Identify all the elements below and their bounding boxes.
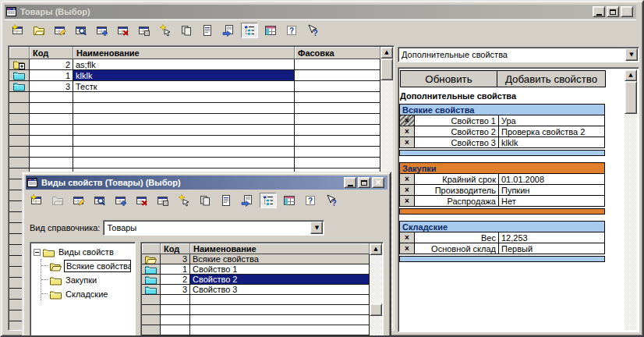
empty-table-row[interactable]: [142, 315, 370, 325]
hierarchical-view-icon[interactable]: [241, 23, 258, 38]
code-cell[interactable]: 1: [30, 70, 73, 81]
fasovka-cell[interactable]: [295, 158, 380, 168]
icon-cell[interactable]: [9, 136, 30, 147]
property-value[interactable]: Ура: [499, 115, 605, 126]
delete-property-button[interactable]: ×: [399, 173, 415, 185]
name-cell[interactable]: klklk: [73, 70, 295, 81]
property-value[interactable]: 01.01.2008: [499, 173, 605, 185]
folder-plus-yellow-icon[interactable]: [9, 59, 30, 70]
table-row[interactable]: 2as;flk: [9, 59, 380, 70]
icon-cell[interactable]: [9, 158, 30, 168]
tree-item[interactable]: Всякие свойства: [41, 259, 135, 273]
column-header[interactable]: Наименование: [73, 47, 295, 59]
name-cell[interactable]: Свойство 2: [190, 275, 370, 285]
empty-table-row[interactable]: [9, 158, 380, 168]
icon-cell[interactable]: [9, 114, 30, 125]
tree-root-label[interactable]: Виды свойств: [57, 247, 115, 257]
code-cell[interactable]: 3: [161, 254, 190, 264]
properties-kind-combobox[interactable]: Дополнительные свойства ▼: [398, 47, 639, 62]
table-row[interactable]: 1klklk: [9, 70, 380, 81]
fasovka-cell[interactable]: [295, 147, 380, 158]
folder-cyan-icon[interactable]: [142, 275, 161, 285]
name-cell[interactable]: Тестк: [73, 81, 295, 92]
code-cell[interactable]: [161, 295, 190, 305]
table-row[interactable]: 3Всякие свойства: [142, 254, 370, 264]
property-value[interactable]: Пупкин: [499, 184, 605, 196]
property-value[interactable]: Первый: [499, 243, 605, 254]
context-help-icon[interactable]: ?: [323, 193, 340, 208]
column-header[interactable]: Фасовка: [295, 47, 380, 59]
name-cell[interactable]: [73, 103, 295, 114]
hierarchical-view-icon[interactable]: [260, 193, 277, 208]
help-icon[interactable]: ?: [302, 193, 319, 208]
folder-cyan-icon[interactable]: [142, 264, 161, 275]
open-folder-icon[interactable]: [30, 23, 48, 38]
fasovka-cell[interactable]: [295, 114, 380, 125]
add-property-button[interactable]: Добавить свойство: [497, 70, 606, 87]
delete-property-button[interactable]: ×: [399, 115, 415, 126]
icon-column-header[interactable]: [142, 243, 161, 254]
chevron-down-icon[interactable]: ▼: [310, 222, 323, 234]
empty-table-row[interactable]: [142, 325, 370, 335]
view-item-icon[interactable]: [91, 193, 108, 208]
scroll-up-icon[interactable]: ▲: [625, 69, 637, 81]
icon-column-header[interactable]: [9, 47, 30, 59]
fasovka-cell[interactable]: [295, 92, 380, 103]
empty-table-row[interactable]: [9, 103, 380, 114]
name-cell[interactable]: [73, 158, 295, 168]
edit-item-icon[interactable]: [70, 193, 87, 208]
scroll-thumb[interactable]: [380, 59, 393, 80]
property-value[interactable]: klklk: [499, 137, 605, 148]
context-help-icon[interactable]: ?: [304, 23, 321, 38]
icon-cell[interactable]: [142, 325, 161, 335]
fasovka-cell[interactable]: [295, 103, 380, 114]
open-folder-icon[interactable]: [49, 193, 66, 208]
code-cell[interactable]: [30, 103, 73, 114]
name-cell[interactable]: Свойство 3: [190, 285, 370, 295]
name-cell[interactable]: Всякие свойства: [190, 254, 370, 264]
tree-item-label[interactable]: Всякие свойства: [64, 260, 131, 272]
code-cell[interactable]: [30, 158, 73, 168]
code-cell[interactable]: [30, 125, 73, 136]
copy-icon[interactable]: [196, 193, 214, 208]
column-header[interactable]: Код: [161, 243, 190, 254]
table-row[interactable]: 3Тестк: [9, 81, 380, 92]
panel-scrollbar[interactable]: ▲: [625, 69, 637, 330]
code-cell[interactable]: [161, 315, 190, 325]
tree-item[interactable]: Складские: [41, 287, 135, 301]
fasovka-cell[interactable]: [295, 59, 380, 70]
help-icon[interactable]: ?: [283, 23, 300, 38]
move-group-icon[interactable]: [154, 193, 172, 208]
close-button[interactable]: ×: [621, 6, 633, 17]
ref-kind-combobox[interactable]: Товары ▼: [103, 220, 324, 236]
name-cell[interactable]: [190, 315, 370, 325]
code-cell[interactable]: [161, 305, 190, 315]
child-titlebar[interactable]: Виды свойств (Товары) (Выбор) ×: [26, 176, 387, 190]
property-value[interactable]: 12,253: [499, 232, 605, 243]
copy-row-icon[interactable]: [94, 23, 111, 38]
table-settings-icon[interactable]: [262, 23, 279, 38]
kinds-table-scrollbar[interactable]: ▲: [370, 243, 382, 337]
empty-table-row[interactable]: [9, 125, 380, 136]
code-cell[interactable]: [30, 114, 73, 125]
wizard-icon[interactable]: [175, 193, 193, 208]
document-icon[interactable]: [199, 23, 216, 38]
scroll-up-icon[interactable]: ▲: [380, 47, 393, 59]
name-cell[interactable]: Свойство 1: [190, 264, 370, 275]
folder-open-yellow-icon[interactable]: [142, 254, 161, 264]
table-row[interactable]: 2Свойство 2: [142, 275, 370, 285]
icon-cell[interactable]: [9, 147, 30, 158]
move-group-icon[interactable]: [136, 23, 153, 38]
minimize-button[interactable]: [593, 6, 605, 17]
folder-cyan-icon[interactable]: [9, 81, 30, 92]
empty-table-row[interactable]: [9, 136, 380, 147]
new-item-icon[interactable]: [28, 193, 45, 208]
code-cell[interactable]: 1: [161, 264, 190, 275]
code-cell[interactable]: 3: [30, 81, 73, 92]
main-titlebar[interactable]: Товары (Выбор) ×: [5, 5, 636, 19]
icon-cell[interactable]: [142, 295, 161, 305]
wizard-icon[interactable]: [157, 23, 174, 38]
edit-item-icon[interactable]: [51, 23, 69, 38]
name-cell[interactable]: [73, 114, 295, 125]
fasovka-cell[interactable]: [295, 125, 380, 136]
